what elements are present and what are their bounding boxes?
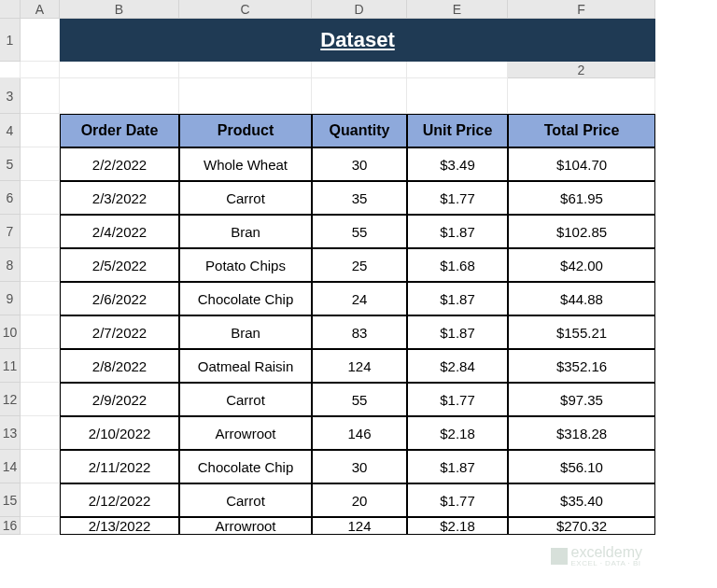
row-header-2[interactable]: 2 — [508, 62, 655, 78]
cell-quantity[interactable]: 124 — [312, 517, 407, 535]
cell-product[interactable]: Oatmeal Raisin — [179, 349, 312, 383]
cell-quantity[interactable]: 20 — [312, 483, 407, 517]
cell-A13[interactable] — [21, 416, 60, 450]
cell-order-date[interactable]: 2/10/2022 — [60, 416, 179, 450]
cell-A2[interactable] — [21, 19, 60, 62]
cell-A4[interactable] — [21, 114, 60, 147]
cell-A9[interactable] — [21, 282, 60, 315]
row-header-14[interactable]: 14 — [0, 450, 21, 483]
cell-unit-price[interactable]: $1.68 — [407, 248, 508, 282]
th-unit-price[interactable]: Unit Price — [407, 114, 508, 147]
th-order-date[interactable]: Order Date — [60, 114, 179, 147]
cell-A16[interactable] — [21, 517, 60, 535]
cell-A3[interactable] — [21, 78, 60, 114]
cell-quantity[interactable]: 30 — [312, 450, 407, 483]
cell-order-date[interactable]: 2/9/2022 — [60, 383, 179, 416]
row-header-9[interactable]: 9 — [0, 282, 21, 315]
cell-unit-price[interactable]: $2.18 — [407, 517, 508, 535]
row-header-8[interactable]: 8 — [0, 248, 21, 282]
cell-quantity[interactable]: 83 — [312, 315, 407, 349]
cell-product[interactable]: Chocolate Chip — [179, 282, 312, 315]
cell-A11[interactable] — [21, 349, 60, 383]
cell-order-date[interactable]: 2/8/2022 — [60, 349, 179, 383]
cell-unit-price[interactable]: $1.87 — [407, 315, 508, 349]
cell-total-price[interactable]: $155.21 — [508, 315, 655, 349]
cell-total-price[interactable]: $56.10 — [508, 450, 655, 483]
cell-unit-price[interactable]: $2.18 — [407, 416, 508, 450]
cell-unit-price[interactable]: $1.87 — [407, 282, 508, 315]
cell-B3[interactable] — [60, 78, 179, 114]
cell-C3[interactable] — [179, 78, 312, 114]
cell-D3[interactable] — [312, 78, 407, 114]
row-header-3[interactable]: 3 — [0, 78, 21, 114]
cell-total-price[interactable]: $352.16 — [508, 349, 655, 383]
cell-F1[interactable] — [407, 62, 508, 78]
select-all-corner[interactable] — [0, 0, 21, 19]
cell-product[interactable]: Carrot — [179, 483, 312, 517]
cell-C1[interactable] — [60, 62, 179, 78]
row-header-7[interactable]: 7 — [0, 215, 21, 248]
cell-quantity[interactable]: 124 — [312, 349, 407, 383]
cell-total-price[interactable]: $102.85 — [508, 215, 655, 248]
cell-quantity[interactable]: 55 — [312, 215, 407, 248]
dataset-title[interactable]: Dataset — [60, 19, 655, 62]
cell-order-date[interactable]: 2/11/2022 — [60, 450, 179, 483]
cell-total-price[interactable]: $42.00 — [508, 248, 655, 282]
row-header-1[interactable]: 1 — [0, 19, 21, 62]
cell-product[interactable]: Bran — [179, 215, 312, 248]
cell-product[interactable]: Chocolate Chip — [179, 450, 312, 483]
col-header-D[interactable]: D — [312, 0, 407, 19]
cell-A8[interactable] — [21, 248, 60, 282]
cell-total-price[interactable]: $97.35 — [508, 383, 655, 416]
row-header-10[interactable]: 10 — [0, 315, 21, 349]
th-total-price[interactable]: Total Price — [508, 114, 655, 147]
col-header-C[interactable]: C — [179, 0, 312, 19]
row-header-11[interactable]: 11 — [0, 349, 21, 383]
cell-total-price[interactable]: $44.88 — [508, 282, 655, 315]
cell-product[interactable]: Carrot — [179, 383, 312, 416]
cell-A10[interactable] — [21, 315, 60, 349]
cell-unit-price[interactable]: $1.77 — [407, 483, 508, 517]
cell-B1[interactable] — [21, 62, 60, 78]
cell-quantity[interactable]: 30 — [312, 147, 407, 181]
cell-total-price[interactable]: $270.32 — [508, 517, 655, 535]
col-header-A[interactable]: A — [21, 0, 60, 19]
cell-A5[interactable] — [21, 147, 60, 181]
cell-quantity[interactable]: 146 — [312, 416, 407, 450]
cell-E1[interactable] — [312, 62, 407, 78]
cell-order-date[interactable]: 2/6/2022 — [60, 282, 179, 315]
row-header-16[interactable]: 16 — [0, 517, 21, 535]
cell-E3[interactable] — [407, 78, 508, 114]
cell-unit-price[interactable]: $1.87 — [407, 215, 508, 248]
cell-quantity[interactable]: 55 — [312, 383, 407, 416]
cell-quantity[interactable]: 35 — [312, 181, 407, 215]
cell-order-date[interactable]: 2/2/2022 — [60, 147, 179, 181]
cell-product[interactable]: Potato Chips — [179, 248, 312, 282]
cell-quantity[interactable]: 24 — [312, 282, 407, 315]
cell-A1[interactable] — [0, 62, 21, 78]
cell-unit-price[interactable]: $1.87 — [407, 450, 508, 483]
row-header-4[interactable]: 4 — [0, 114, 21, 147]
cell-unit-price[interactable]: $1.77 — [407, 383, 508, 416]
col-header-B[interactable]: B — [60, 0, 179, 19]
cell-D1[interactable] — [179, 62, 312, 78]
cell-product[interactable]: Arrowroot — [179, 416, 312, 450]
cell-order-date[interactable]: 2/7/2022 — [60, 315, 179, 349]
cell-total-price[interactable]: $35.40 — [508, 483, 655, 517]
cell-order-date[interactable]: 2/3/2022 — [60, 181, 179, 215]
cell-A6[interactable] — [21, 181, 60, 215]
th-product[interactable]: Product — [179, 114, 312, 147]
cell-F3[interactable] — [508, 78, 655, 114]
cell-total-price[interactable]: $318.28 — [508, 416, 655, 450]
cell-A15[interactable] — [21, 483, 60, 517]
cell-order-date[interactable]: 2/4/2022 — [60, 215, 179, 248]
cell-product[interactable]: Whole Wheat — [179, 147, 312, 181]
row-header-12[interactable]: 12 — [0, 383, 21, 416]
row-header-13[interactable]: 13 — [0, 416, 21, 450]
cell-unit-price[interactable]: $3.49 — [407, 147, 508, 181]
cell-A12[interactable] — [21, 383, 60, 416]
cell-unit-price[interactable]: $1.77 — [407, 181, 508, 215]
th-quantity[interactable]: Quantity — [312, 114, 407, 147]
cell-total-price[interactable]: $104.70 — [508, 147, 655, 181]
cell-unit-price[interactable]: $2.84 — [407, 349, 508, 383]
